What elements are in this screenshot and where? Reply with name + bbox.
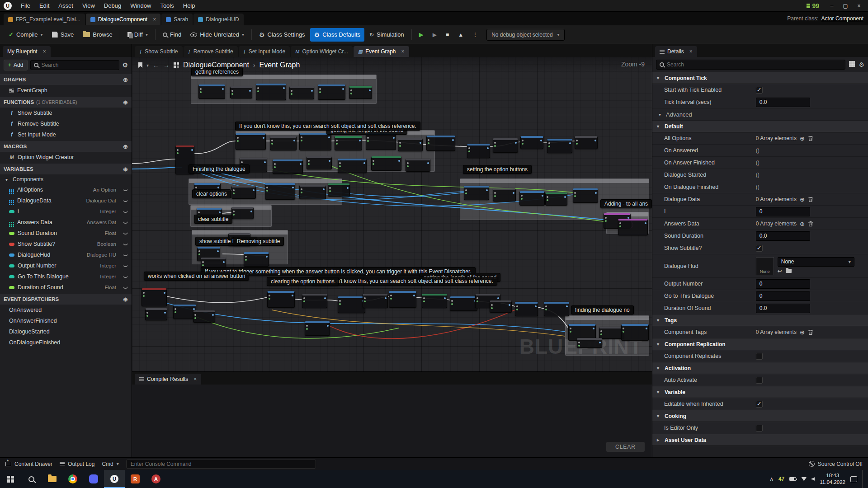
find-button[interactable]: Find	[159, 28, 185, 41]
checkbox[interactable]	[756, 87, 763, 94]
graph-node[interactable]	[335, 136, 362, 150]
graph-node[interactable]	[349, 86, 372, 99]
frame-skip-button[interactable]: ▶	[429, 28, 441, 41]
asset-tab-dialoguecomponent[interactable]: DialogueComponent×	[86, 14, 160, 25]
browse-asset-icon[interactable]	[786, 269, 792, 273]
graph-tab-set-input-mode[interactable]: ƒSet Input Mode	[239, 46, 290, 57]
class-settings-button[interactable]: ⚙ Class Settings	[255, 28, 309, 42]
battery-icon[interactable]	[789, 477, 796, 481]
graph-node[interactable]	[406, 159, 430, 172]
graph-node[interactable]	[519, 191, 545, 206]
graph-node[interactable]	[307, 156, 332, 169]
close-icon[interactable]: ×	[401, 48, 405, 55]
function-item-set-input-mode[interactable]: fSet Input Mode	[0, 129, 132, 140]
graph-node[interactable]	[389, 291, 416, 308]
dispatcher-item-onanswered[interactable]: OnAnswered	[0, 305, 132, 315]
add-graph-icon[interactable]: ⊕	[123, 76, 128, 83]
menu-help[interactable]: Help	[179, 1, 200, 10]
graph-node[interactable]	[545, 192, 567, 206]
details-search-input[interactable]	[667, 61, 842, 68]
section-event-dispatchers[interactable]: EVENT DISPATCHERS ⊕	[0, 294, 132, 305]
section-functions[interactable]: FUNCTIONS (1 OVERRIDABLE) ⊕	[0, 97, 132, 108]
forward-icon[interactable]: →	[163, 61, 170, 69]
details-section-component-replication[interactable]: ▾Component Replication	[652, 338, 868, 350]
details-section-component-tick[interactable]: ▾Component Tick	[652, 72, 868, 84]
graph-comment-bubble[interactable]: clearing the option buttons	[267, 277, 339, 286]
graph-node[interactable]	[193, 310, 215, 323]
graph-node[interactable]	[231, 186, 256, 199]
graph-node[interactable]	[426, 136, 455, 151]
variable-item-dialoguehud[interactable]: DialogueHudDialogue HU	[0, 249, 132, 260]
add-variable-icon[interactable]: ⊕	[123, 166, 128, 173]
debug-object-select[interactable]: No debug object selected ▾	[486, 29, 564, 41]
variable-item-answers-data[interactable]: Answers DataAnswers Dat	[0, 217, 132, 228]
event-graph-canvas[interactable]: ▾ ← → DialogueComponent › Event Graph Zo…	[132, 57, 652, 371]
bookmark-icon[interactable]	[138, 62, 142, 68]
graph-node[interactable]	[575, 136, 598, 149]
function-item-remove-subtitle[interactable]: fRemove Subtitle	[0, 118, 132, 129]
variable-item-sound-duration[interactable]: Sound DurationFloat	[0, 228, 132, 239]
display-options-icon[interactable]	[849, 61, 855, 67]
chevron-down-icon[interactable]: ▾	[146, 32, 148, 37]
network-icon[interactable]	[801, 477, 807, 481]
delete-elements-icon[interactable]	[808, 197, 813, 202]
asset-tab-fps-examplelevel-dial[interactable]: FPS_ExampleLevel_Dial...	[4, 14, 85, 25]
source-control-button[interactable]: Source Control Off	[809, 461, 863, 467]
graph-node[interactable]	[338, 296, 365, 313]
number-field[interactable]: 0.0	[756, 98, 810, 107]
graph-node[interactable]	[467, 144, 490, 158]
graph-node[interactable]	[621, 324, 649, 341]
graph-node[interactable]	[544, 302, 569, 316]
checkbox[interactable]	[756, 401, 763, 408]
asset-tab-sarah[interactable]: Sarah	[161, 14, 193, 25]
close-button[interactable]: ×	[854, 2, 864, 10]
close-icon[interactable]: ×	[153, 16, 156, 23]
delete-elements-icon[interactable]	[808, 221, 813, 227]
minimize-button[interactable]: –	[826, 2, 837, 10]
graph-node[interactable]	[305, 321, 330, 336]
details-section-activation[interactable]: ▾Activation	[652, 362, 868, 374]
graph-node[interactable]	[244, 252, 269, 267]
graph-node[interactable]	[299, 185, 326, 199]
graph-node[interactable]	[145, 308, 167, 320]
graph-node[interactable]	[573, 188, 598, 203]
show-desktop-button[interactable]	[862, 470, 864, 488]
graph-node[interactable]	[231, 207, 254, 219]
eject-button[interactable]: ▲	[454, 28, 467, 41]
visibility-eye-icon[interactable]	[123, 286, 128, 289]
unreal-logo-icon[interactable]	[4, 2, 12, 10]
graph-node[interactable]	[328, 183, 350, 197]
graph-node[interactable]	[363, 294, 388, 308]
graph-node[interactable]	[398, 138, 423, 151]
settings-gear-icon[interactable]: ⚙	[122, 61, 128, 69]
graph-node[interactable]	[289, 86, 314, 99]
graph-node[interactable]	[450, 296, 477, 311]
simulation-button[interactable]: ↻ Simulation	[365, 28, 408, 41]
use-selected-icon[interactable]: ↩	[778, 268, 782, 274]
graph-node[interactable]	[302, 294, 327, 308]
graph-node[interactable]	[493, 138, 518, 153]
number-field[interactable]: 0	[756, 279, 810, 289]
clear-button[interactable]: CLEAR	[606, 442, 645, 452]
discord-button[interactable]	[83, 470, 104, 488]
visibility-eye-icon[interactable]	[123, 188, 128, 191]
chevron-down-icon[interactable]: ▾	[41, 32, 43, 37]
visibility-eye-icon[interactable]	[123, 232, 128, 235]
graph-node[interactable]	[547, 139, 572, 153]
save-button[interactable]: Save	[48, 28, 78, 41]
variable-item-output-number[interactable]: Output NumberInteger	[0, 260, 132, 271]
menu-window[interactable]: Window	[126, 1, 156, 10]
menu-view[interactable]: View	[78, 1, 99, 10]
taskbar-search-button[interactable]	[21, 470, 42, 488]
function-item-show-subtitle[interactable]: fShow Subtitle	[0, 108, 132, 118]
breadcrumb-root[interactable]: DialogueComponent	[183, 61, 249, 69]
start-button[interactable]	[0, 470, 21, 488]
number-field[interactable]: 0.0	[756, 304, 810, 313]
parent-class-link[interactable]: Actor Component	[821, 15, 863, 22]
dispatcher-item-ondialoguefinished[interactable]: OnDialogueFinished	[0, 337, 132, 348]
checkbox[interactable]	[756, 245, 763, 252]
search-input[interactable]	[41, 62, 116, 68]
add-element-icon[interactable]: ⊕	[800, 135, 805, 142]
menu-tools[interactable]: Tools	[156, 1, 178, 10]
visibility-eye-icon[interactable]	[123, 243, 128, 245]
